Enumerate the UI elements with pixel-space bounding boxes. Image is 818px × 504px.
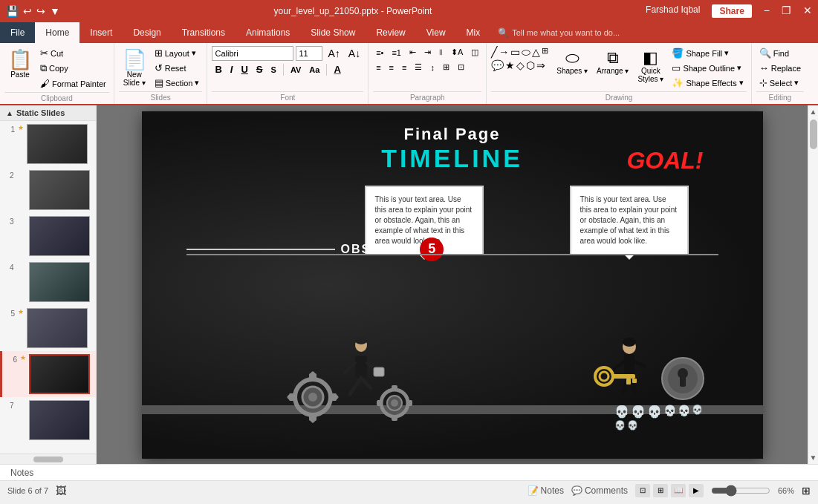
- tab-view[interactable]: View: [416, 22, 456, 43]
- cut-button[interactable]: ✂ Cut: [37, 46, 109, 60]
- format-painter-button[interactable]: 🖌 Format Painter: [37, 76, 109, 91]
- italic-button[interactable]: I: [227, 63, 236, 76]
- minimize-button[interactable]: −: [764, 4, 770, 18]
- slide-thumb-4[interactable]: 4: [0, 259, 96, 305]
- shape-cylinder[interactable]: ⬡: [526, 59, 535, 71]
- columns-button[interactable]: ⫴: [436, 46, 446, 59]
- more-paragraph-button[interactable]: ⊡: [455, 61, 467, 73]
- slideshow-button[interactable]: ▶: [689, 484, 704, 497]
- text-direction-button[interactable]: ⬍A: [448, 46, 466, 59]
- tab-mix[interactable]: Mix: [456, 22, 491, 43]
- underline-button[interactable]: U: [238, 63, 250, 76]
- slide-thumb-5[interactable]: 5 ★: [0, 305, 96, 351]
- slide-icon[interactable]: 🖼: [56, 485, 66, 497]
- close-button[interactable]: ✕: [803, 4, 812, 18]
- shape-arrow[interactable]: →: [499, 46, 509, 59]
- tab-design[interactable]: Design: [123, 22, 171, 43]
- notes-button[interactable]: 📝 Notes: [528, 485, 564, 496]
- slide-sorter-button[interactable]: ⊞: [653, 484, 668, 497]
- replace-button[interactable]: ↔ Replace: [756, 61, 804, 75]
- slide-thumbnail-4[interactable]: [29, 262, 90, 302]
- decrease-font-button[interactable]: A↓: [345, 46, 363, 61]
- scroll-thumb[interactable]: [810, 120, 817, 149]
- shape-outline-button[interactable]: ▭ Shape Outline ▾: [669, 61, 746, 75]
- shape-diamond[interactable]: ◇: [516, 59, 525, 71]
- quick-styles-button[interactable]: ◧ QuickStyles ▾: [634, 46, 667, 86]
- tab-home[interactable]: Home: [35, 22, 79, 43]
- strikethrough-button[interactable]: S: [253, 63, 266, 76]
- copy-button[interactable]: ⧉ Copy: [37, 61, 109, 76]
- slide-thumbnail-3[interactable]: [29, 216, 90, 256]
- convert-smartart-button[interactable]: ◫: [468, 46, 481, 59]
- char-spacing-button[interactable]: AV: [288, 65, 304, 75]
- find-button[interactable]: 🔍 Find: [756, 46, 804, 60]
- tell-me-box[interactable]: Tell me what you want to do...: [512, 28, 620, 37]
- tab-insert[interactable]: Insert: [79, 22, 123, 43]
- shape-callout[interactable]: 💬: [491, 59, 504, 71]
- shape-star[interactable]: ★: [505, 59, 515, 71]
- slide-thumb-7[interactable]: 7: [0, 397, 96, 443]
- bold-button[interactable]: B: [212, 63, 224, 76]
- numbering-button[interactable]: ≡1: [389, 47, 404, 59]
- shape-fill-button[interactable]: 🪣 Shape Fill ▾: [669, 46, 746, 60]
- normal-view-button[interactable]: ⊡: [635, 484, 650, 497]
- bullets-button[interactable]: ≡•: [373, 47, 386, 59]
- slide-thumb-6[interactable]: 6 ★: [0, 351, 96, 397]
- slide-thumb-1[interactable]: 1 ★: [0, 121, 96, 167]
- align-center-button[interactable]: ≡: [386, 62, 397, 73]
- font-name-input[interactable]: [212, 46, 293, 61]
- align-left-button[interactable]: ≡: [373, 62, 383, 73]
- restore-button[interactable]: ❐: [782, 4, 791, 18]
- undo-icon[interactable]: ↩: [23, 5, 32, 17]
- save-icon[interactable]: 💾: [6, 5, 19, 17]
- change-case-button[interactable]: Aa: [306, 65, 322, 75]
- font-size-input[interactable]: [296, 46, 322, 61]
- customize-icon[interactable]: ▼: [50, 5, 60, 17]
- shape-triangle[interactable]: △: [532, 46, 540, 59]
- shape-line[interactable]: ╱: [491, 46, 497, 59]
- reset-button[interactable]: ↺ Reset: [152, 61, 203, 75]
- shape-rect[interactable]: ▭: [510, 46, 520, 59]
- select-button[interactable]: ⊹ Select ▾: [756, 76, 804, 90]
- shape-more[interactable]: ⊞: [542, 46, 548, 59]
- slides-panel-scrollbar[interactable]: [0, 454, 96, 464]
- paste-button[interactable]: 📋 Paste: [4, 46, 36, 82]
- shadow-button[interactable]: S: [268, 65, 279, 75]
- reading-view-button[interactable]: 📖: [671, 484, 686, 497]
- zoom-slider[interactable]: [711, 485, 770, 497]
- menu-file[interactable]: File: [0, 22, 35, 43]
- slide-thumbnail-5[interactable]: [27, 308, 88, 348]
- redo-icon[interactable]: ↪: [36, 5, 45, 17]
- shape-block-arrow[interactable]: ⇒: [536, 59, 545, 71]
- slide-thumbnail-6[interactable]: [29, 354, 90, 394]
- add-column-button[interactable]: ⊞: [440, 61, 452, 73]
- slide-thumbnail-1[interactable]: [27, 124, 88, 164]
- comments-button[interactable]: 💬 Comments: [571, 485, 628, 496]
- layout-button[interactable]: ⊞ Layout ▾: [152, 46, 203, 60]
- shape-oval[interactable]: ⬭: [522, 46, 530, 59]
- slide-thumb-2[interactable]: 2: [0, 167, 96, 213]
- arrange-button[interactable]: ⧉ Arrange ▾: [593, 46, 632, 78]
- increase-font-button[interactable]: A↑: [325, 46, 343, 61]
- new-slide-button[interactable]: 📄 NewSlide ▾: [119, 46, 150, 90]
- share-button[interactable]: Share: [712, 4, 751, 18]
- tab-review[interactable]: Review: [366, 22, 415, 43]
- line-spacing-button[interactable]: ↕: [427, 62, 438, 73]
- fit-window-button[interactable]: ⊞: [802, 485, 811, 497]
- increase-indent-button[interactable]: ⇥: [421, 46, 434, 59]
- right-scrollbar[interactable]: ▲ ▼: [808, 105, 818, 464]
- tab-slideshow[interactable]: Slide Show: [300, 22, 366, 43]
- notes-bar[interactable]: Notes: [0, 464, 818, 480]
- tab-animations[interactable]: Animations: [236, 22, 300, 43]
- slide-thumb-3[interactable]: 3: [0, 213, 96, 259]
- decrease-indent-button[interactable]: ⇤: [406, 46, 419, 59]
- section-button[interactable]: ▤ Section ▾: [152, 76, 203, 90]
- shapes-button[interactable]: ⬭ Shapes ▾: [553, 46, 591, 78]
- shape-effects-button[interactable]: ✨ Shape Effects ▾: [669, 76, 746, 90]
- slide-thumbnail-2[interactable]: [29, 170, 90, 210]
- align-right-button[interactable]: ≡: [399, 62, 409, 73]
- tab-transitions[interactable]: Transitions: [172, 22, 236, 43]
- scroll-down-arrow[interactable]: ▼: [809, 453, 818, 462]
- static-slides-collapse-icon[interactable]: ▲: [6, 109, 13, 117]
- slide-thumbnail-7[interactable]: [29, 400, 90, 440]
